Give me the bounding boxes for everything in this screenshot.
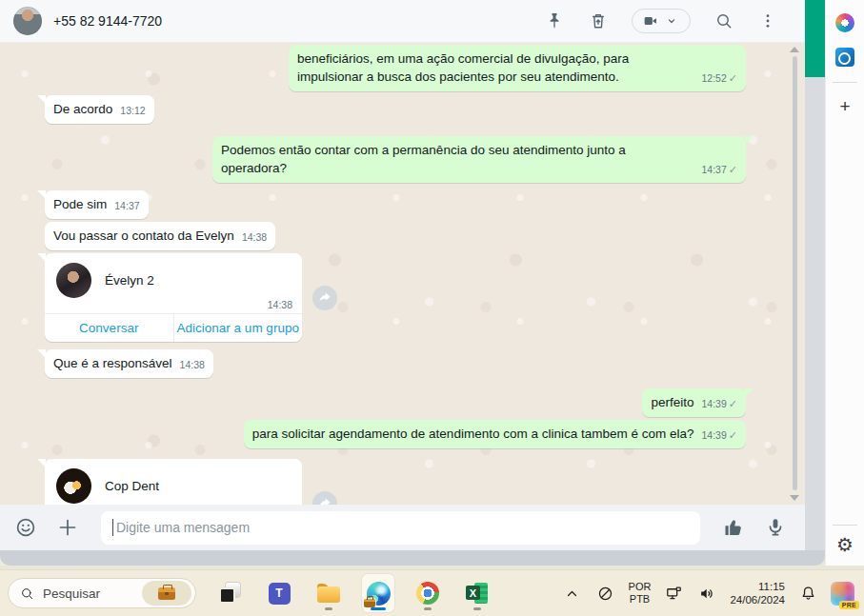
forward-message-button[interactable] bbox=[312, 491, 337, 506]
sidebar-divider bbox=[833, 525, 857, 526]
sidebar-divider bbox=[833, 82, 857, 83]
chevron-down-icon bbox=[663, 12, 680, 30]
sent-check-icon: ✓ bbox=[729, 72, 737, 84]
clock-time: 11:15 bbox=[758, 580, 785, 593]
input-placeholder: Digite uma mensagem bbox=[116, 520, 250, 535]
contact-avatar[interactable] bbox=[13, 7, 42, 35]
taskbar-search-box[interactable]: Pesquisar bbox=[8, 578, 196, 608]
m365-copilot-icon[interactable] bbox=[834, 11, 856, 34]
message-text: beneficiários, em uma ação comercial de … bbox=[297, 50, 694, 86]
incoming-message-bubble: Que é a responsável 14:38 bbox=[45, 349, 213, 378]
briefcase-icon bbox=[158, 587, 175, 600]
tray-chevron-up-icon[interactable] bbox=[562, 583, 583, 604]
preview-badge: PRE bbox=[839, 601, 859, 609]
kebab-menu-icon[interactable] bbox=[757, 10, 778, 31]
message-row: beneficiários, em uma ação comercial de … bbox=[0, 45, 805, 91]
message-time: 12:52 bbox=[702, 72, 727, 84]
chrome-icon[interactable] bbox=[412, 574, 444, 612]
forward-arrow-icon bbox=[317, 496, 332, 506]
contact-card-name: Évelyn 2 bbox=[105, 273, 154, 288]
message-row: perfeito 14:39✓ bbox=[0, 388, 805, 417]
contact-card: Évelyn 2 14:38 Conversar Adicionar a um … bbox=[45, 253, 302, 342]
clock-date: 24/06/2024 bbox=[730, 593, 785, 606]
contact-card-name: Cop Dent bbox=[105, 479, 159, 493]
search-icon bbox=[20, 586, 34, 601]
contact-card: Cop Dent 15:37 Conversar Mostrar empresa bbox=[45, 459, 302, 505]
copilot-icon[interactable]: PRE bbox=[831, 582, 854, 606]
video-call-button[interactable] bbox=[632, 9, 691, 33]
message-text: perfeito bbox=[651, 393, 693, 411]
contact-card-avatar bbox=[56, 263, 91, 298]
thumbs-up-icon[interactable] bbox=[721, 515, 746, 540]
search-icon[interactable] bbox=[713, 10, 734, 31]
message-contact-button[interactable]: Conversar bbox=[45, 314, 173, 342]
clock[interactable]: 11:15 24/06/2024 bbox=[730, 580, 785, 606]
message-text: Que é a responsável bbox=[53, 354, 172, 372]
message-text: Podemos então contar com a permanência d… bbox=[221, 141, 694, 177]
message-row: Évelyn 2 14:38 Conversar Adicionar a um … bbox=[0, 253, 805, 342]
running-indicator bbox=[325, 607, 332, 610]
blocked-status-icon[interactable] bbox=[595, 583, 616, 604]
network-display-icon[interactable] bbox=[663, 583, 684, 604]
message-time: 14:39 bbox=[702, 398, 727, 409]
work-profile-briefcase-icon bbox=[364, 599, 375, 607]
notification-bell-icon[interactable] bbox=[797, 583, 818, 604]
message-time: 14:38 bbox=[180, 359, 205, 372]
scroll-down-arrow[interactable] bbox=[790, 495, 799, 501]
volume-icon[interactable] bbox=[696, 583, 717, 604]
window-scrollbar-track[interactable] bbox=[805, 0, 825, 550]
taskbar: Pesquisar T X bbox=[0, 569, 864, 616]
outgoing-message-bubble: Podemos então contar com a permanência d… bbox=[212, 136, 746, 183]
outgoing-message-bubble: beneficiários, em uma ação comercial de … bbox=[289, 45, 746, 91]
sent-check-icon: ✓ bbox=[729, 398, 737, 409]
file-explorer-icon[interactable] bbox=[312, 574, 345, 612]
forward-arrow-icon bbox=[317, 290, 332, 306]
screen: +55 82 9144-7720 bbox=[0, 0, 864, 616]
message-row: Vou passar o contato da Evelyn 14:38 bbox=[0, 222, 805, 250]
edge-icon[interactable] bbox=[362, 574, 394, 612]
pin-icon[interactable] bbox=[544, 10, 565, 31]
window-scrollbar-thumb[interactable] bbox=[805, 0, 825, 77]
message-composer: Digite uma mensagem bbox=[0, 505, 805, 550]
language-indicator[interactable]: PORPTB bbox=[629, 581, 652, 606]
message-row: para solicitar agendamento de atendiment… bbox=[0, 420, 805, 448]
emoji-icon[interactable] bbox=[13, 515, 38, 540]
forward-message-button[interactable] bbox=[312, 286, 337, 310]
message-row: Que é a responsável 14:38 bbox=[0, 349, 805, 378]
trash-icon[interactable] bbox=[588, 10, 609, 31]
message-time: 14:38 bbox=[268, 299, 292, 310]
teams-icon[interactable]: T bbox=[263, 574, 295, 612]
text-caret bbox=[112, 519, 113, 536]
message-time: 14:38 bbox=[242, 231, 267, 245]
running-indicator bbox=[473, 607, 481, 610]
edge-sidebar: + ⚙ bbox=[825, 0, 864, 566]
add-sidebar-item-icon[interactable]: + bbox=[834, 94, 856, 117]
message-time: 14:39 bbox=[702, 429, 727, 441]
message-text: Vou passar o contato da Evelyn bbox=[53, 227, 234, 245]
settings-gear-icon[interactable]: ⚙ bbox=[836, 535, 854, 554]
incoming-message-bubble: De acordo 13:12 bbox=[45, 95, 154, 124]
contact-phone-number[interactable]: +55 82 9144-7720 bbox=[53, 13, 162, 29]
message-text: Pode sim bbox=[53, 195, 107, 213]
outlook-icon[interactable] bbox=[834, 46, 856, 69]
outgoing-message-bubble: perfeito 14:39✓ bbox=[642, 388, 746, 417]
mic-icon[interactable] bbox=[763, 515, 788, 540]
scroll-up-arrow[interactable] bbox=[790, 47, 799, 52]
work-account-badge[interactable] bbox=[142, 581, 191, 606]
excel-icon[interactable]: X bbox=[461, 574, 493, 612]
task-view-icon[interactable] bbox=[213, 574, 246, 612]
attach-plus-icon[interactable] bbox=[55, 515, 80, 540]
message-text: para solicitar agendamento de atendiment… bbox=[252, 425, 694, 443]
outgoing-message-bubble: para solicitar agendamento de atendiment… bbox=[244, 420, 746, 448]
add-to-group-button[interactable]: Adicionar a um grupo bbox=[173, 314, 303, 342]
chat-scrollbar-thumb[interactable] bbox=[793, 56, 797, 490]
message-time: 14:37 bbox=[702, 164, 727, 175]
active-indicator bbox=[371, 607, 386, 610]
message-input[interactable]: Digite uma mensagem bbox=[101, 511, 700, 545]
message-list[interactable]: beneficiários, em uma ação comercial de … bbox=[0, 43, 805, 505]
message-row: Cop Dent 15:37 Conversar Mostrar empresa bbox=[0, 459, 805, 505]
contact-card-avatar bbox=[56, 468, 91, 504]
message-time: 14:37 bbox=[114, 200, 139, 213]
message-row: Podemos então contar com a permanência d… bbox=[0, 136, 805, 183]
message-time: 13:12 bbox=[120, 105, 145, 118]
